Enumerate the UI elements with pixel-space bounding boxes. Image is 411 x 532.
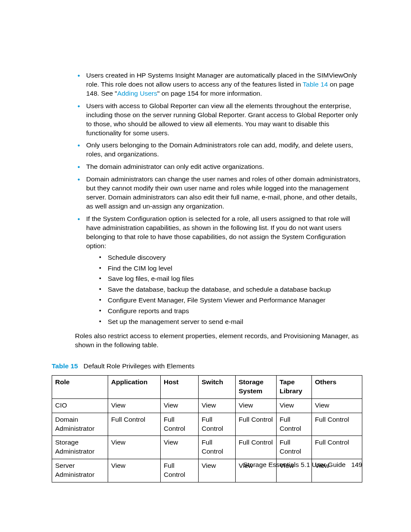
list-item: Users created in HP Systems Insight Mana… (52, 71, 362, 98)
page-footer: Storage Essentials 5.1 User Guide 149 (243, 460, 362, 470)
col-header: Role (52, 375, 108, 398)
list-item: Only users belonging to the Domain Admin… (52, 141, 362, 159)
cell: Full Control (236, 413, 277, 436)
cell: Full Control (199, 436, 236, 459)
list-item: Find the CIM log level (86, 264, 362, 273)
list-item: Domain administrators can change the use… (52, 175, 362, 211)
col-header: Tape Library (277, 375, 312, 398)
cell: Full Control (277, 436, 312, 459)
cell: View (236, 398, 277, 413)
table-row: Storage Administrator View View Full Con… (52, 436, 362, 459)
cell: Full Control (108, 413, 161, 436)
table-caption: Table 15 Default Role Privileges with El… (52, 362, 362, 371)
text: If the System Configuration option is se… (86, 215, 350, 249)
cell: View (108, 459, 161, 482)
table-row: Domain Administrator Full Control Full C… (52, 413, 362, 436)
footer-doc-title: Storage Essentials 5.1 User Guide (243, 461, 346, 468)
page-content: Users created in HP Systems Insight Mana… (0, 0, 411, 532)
list-item: Save log files, e-mail log files (86, 274, 362, 283)
sub-bullet-list: Schedule discovery Find the CIM log leve… (86, 253, 362, 327)
cell: View (108, 436, 161, 459)
list-item: Set up the management server to send e-m… (86, 317, 362, 327)
list-item: Schedule discovery (86, 253, 362, 262)
table-label: Table 15 (52, 362, 78, 370)
cell: Full Control (161, 413, 199, 436)
cell: Storage Administrator (52, 436, 108, 459)
cell: CIO (52, 398, 108, 413)
list-item: If the System Configuration option is se… (52, 215, 362, 327)
col-header: Others (312, 375, 362, 398)
cell: View (277, 398, 312, 413)
list-item: Configure reports and traps (86, 307, 362, 316)
cell: Full Control (236, 436, 277, 459)
col-header: Host (161, 375, 199, 398)
col-header: Application (108, 375, 161, 398)
table-14-link[interactable]: Table 14 (303, 81, 328, 88)
list-item: Users with access to Global Reporter can… (52, 102, 362, 138)
cell: Full Control (312, 413, 362, 436)
cell: View (108, 398, 161, 413)
table-header-row: Role Application Host Switch Storage Sys… (52, 375, 362, 398)
cell: View (161, 436, 199, 459)
cell: View (199, 459, 236, 482)
table-row: CIO View View View View View View (52, 398, 362, 413)
cell: View (312, 398, 362, 413)
list-item: The domain administrator can only edit a… (52, 162, 362, 171)
adding-users-link[interactable]: Adding Users (117, 90, 157, 97)
cell: View (161, 398, 199, 413)
list-item: Configure Event Manager, File System Vie… (86, 296, 362, 305)
col-header: Switch (199, 375, 236, 398)
cell: Full Control (199, 413, 236, 436)
text: " on page 154 for more information. (157, 90, 262, 97)
list-item: Save the database, backup the database, … (86, 285, 362, 294)
cell: Full Control (277, 413, 312, 436)
paragraph: Roles also restrict access to element pr… (75, 332, 362, 350)
cell: Domain Administrator (52, 413, 108, 436)
page-number: 149 (351, 461, 362, 468)
cell: Full Control (312, 436, 362, 459)
top-bullet-list: Users created in HP Systems Insight Mana… (52, 71, 362, 327)
cell: View (199, 398, 236, 413)
cell: Full Control (161, 459, 199, 482)
col-header: Storage System (236, 375, 277, 398)
table-caption-text: Default Role Privileges with Elements (84, 362, 195, 370)
cell: Server Administrator (52, 459, 108, 482)
